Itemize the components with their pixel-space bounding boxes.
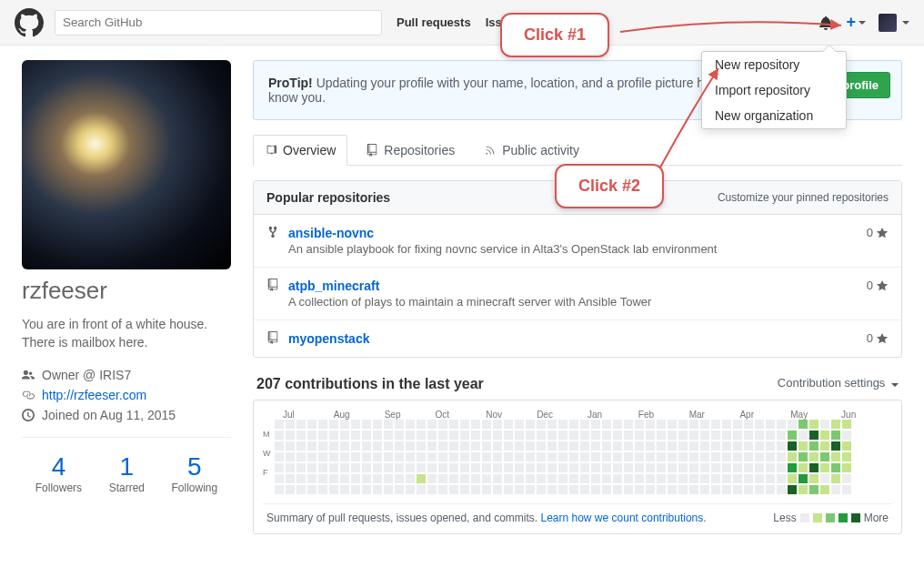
contribution-cell[interactable] — [504, 420, 513, 429]
contribution-cell[interactable] — [689, 420, 698, 429]
search-input[interactable] — [55, 10, 382, 35]
contribution-cell[interactable] — [438, 463, 447, 472]
contribution-cell[interactable] — [417, 452, 426, 461]
contribution-cell[interactable] — [547, 431, 557, 440]
contribution-cell[interactable] — [569, 474, 578, 483]
contribution-cell[interactable] — [384, 441, 393, 451]
contribution-cell[interactable] — [624, 420, 633, 429]
contribution-cell[interactable] — [635, 420, 644, 429]
contribution-cell[interactable] — [602, 485, 611, 494]
contribution-cell[interactable] — [613, 485, 622, 494]
contribution-cell[interactable] — [678, 431, 688, 440]
contribution-cell[interactable] — [711, 431, 720, 440]
contribution-cell[interactable] — [689, 441, 698, 451]
contribution-cell[interactable] — [777, 441, 786, 451]
contribution-cell[interactable] — [613, 420, 622, 429]
contribution-cell[interactable] — [831, 441, 840, 451]
repo-star-count[interactable]: 0 — [867, 226, 889, 239]
contribution-cell[interactable] — [569, 441, 578, 451]
contribution-cell[interactable] — [438, 485, 447, 494]
contribution-cell[interactable] — [842, 463, 851, 472]
contribution-cell[interactable] — [286, 485, 295, 494]
contribution-cell[interactable] — [275, 431, 284, 440]
contribution-cell[interactable] — [809, 463, 819, 472]
contribution-cell[interactable] — [591, 431, 600, 440]
contribution-cell[interactable] — [286, 463, 295, 472]
contribution-cell[interactable] — [722, 420, 731, 429]
contribution-cell[interactable] — [329, 420, 338, 429]
dropdown-new-repository[interactable]: New repository — [702, 52, 846, 77]
contribution-cell[interactable] — [766, 463, 775, 472]
starred-stat[interactable]: 1Starred — [109, 452, 145, 494]
contribution-cell[interactable] — [417, 420, 426, 429]
contribution-cell[interactable] — [842, 441, 851, 451]
contribution-cell[interactable] — [318, 431, 327, 440]
contribution-cell[interactable] — [744, 431, 753, 440]
contribution-cell[interactable] — [569, 431, 578, 440]
contribution-cell[interactable] — [351, 485, 360, 494]
contribution-cell[interactable] — [373, 463, 382, 472]
contribution-cell[interactable] — [624, 431, 633, 440]
contribution-cell[interactable] — [526, 420, 535, 429]
contribution-cell[interactable] — [318, 452, 327, 461]
contribution-cell[interactable] — [646, 463, 655, 472]
contribution-cell[interactable] — [635, 474, 644, 483]
contribution-cell[interactable] — [482, 452, 491, 461]
contribution-cell[interactable] — [307, 420, 316, 429]
contribution-cell[interactable] — [788, 431, 797, 440]
contribution-cell[interactable] — [809, 431, 819, 440]
contribution-cell[interactable] — [406, 485, 415, 494]
contribution-cell[interactable] — [755, 441, 764, 451]
contribution-cell[interactable] — [329, 474, 338, 483]
contribution-cell[interactable] — [471, 463, 480, 472]
create-new-button[interactable]: + — [846, 13, 866, 32]
contribution-cell[interactable] — [558, 485, 567, 494]
contribution-cell[interactable] — [624, 474, 633, 483]
contribution-cell[interactable] — [580, 420, 589, 429]
contribution-cell[interactable] — [733, 420, 742, 429]
contribution-cell[interactable] — [766, 431, 775, 440]
contribution-cell[interactable] — [504, 431, 513, 440]
profile-url[interactable]: http://rzfeeser.com — [42, 388, 146, 402]
contribution-cell[interactable] — [286, 431, 295, 440]
contribution-cell[interactable] — [318, 485, 327, 494]
contribution-cell[interactable] — [296, 474, 306, 483]
contribution-cell[interactable] — [307, 485, 316, 494]
contribution-cell[interactable] — [820, 474, 829, 483]
contribution-cell[interactable] — [668, 485, 677, 494]
contribution-cell[interactable] — [798, 452, 808, 461]
contribution-cell[interactable] — [602, 441, 611, 451]
contribution-cell[interactable] — [635, 485, 644, 494]
contribution-cell[interactable] — [537, 452, 546, 461]
following-stat[interactable]: 5Following — [172, 452, 218, 494]
contribution-cell[interactable] — [362, 485, 371, 494]
contribution-cell[interactable] — [569, 420, 578, 429]
contribution-cell[interactable] — [711, 420, 720, 429]
contribution-cell[interactable] — [318, 420, 327, 429]
contribution-cell[interactable] — [831, 485, 840, 494]
contribution-cell[interactable] — [624, 463, 633, 472]
contribution-cell[interactable] — [373, 420, 382, 429]
contribution-cell[interactable] — [777, 485, 786, 494]
contribution-cell[interactable] — [580, 474, 589, 483]
contribution-cell[interactable] — [471, 431, 480, 440]
contribution-cell[interactable] — [602, 474, 611, 483]
contribution-cell[interactable] — [547, 474, 557, 483]
contribution-cell[interactable] — [558, 474, 567, 483]
contribution-cell[interactable] — [275, 485, 284, 494]
contribution-cell[interactable] — [493, 474, 502, 483]
contribution-cell[interactable] — [820, 420, 829, 429]
contribution-cell[interactable] — [395, 474, 404, 483]
contribution-cell[interactable] — [526, 452, 535, 461]
contribution-cell[interactable] — [788, 452, 797, 461]
contribution-cell[interactable] — [515, 485, 524, 494]
contribution-cell[interactable] — [689, 452, 698, 461]
contribution-cell[interactable] — [624, 485, 633, 494]
contribution-cell[interactable] — [700, 485, 709, 494]
contribution-cell[interactable] — [340, 463, 349, 472]
contribution-cell[interactable] — [820, 452, 829, 461]
contribution-cell[interactable] — [842, 485, 851, 494]
contribution-cell[interactable] — [558, 441, 567, 451]
contribution-cell[interactable] — [842, 431, 851, 440]
contribution-cell[interactable] — [482, 463, 491, 472]
